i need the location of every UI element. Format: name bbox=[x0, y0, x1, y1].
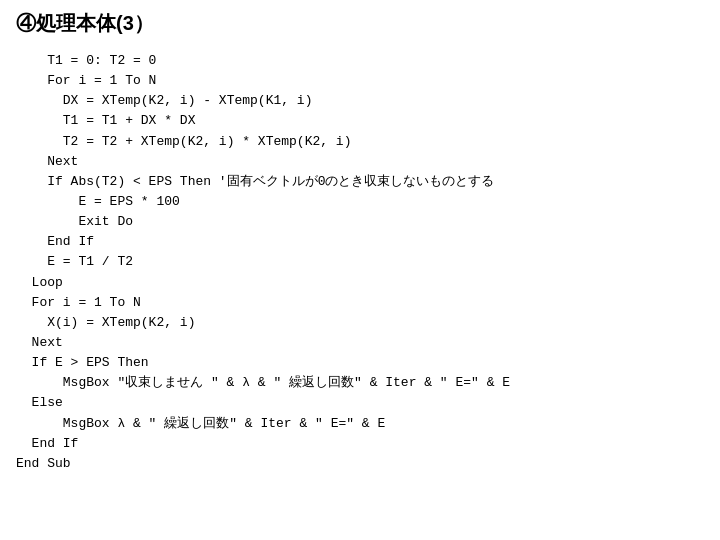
page-title: ④処理本体(3） bbox=[16, 10, 704, 37]
code-block: T1 = 0: T2 = 0 For i = 1 To N DX = XTemp… bbox=[16, 51, 704, 474]
main-container: ④処理本体(3） T1 = 0: T2 = 0 For i = 1 To N D… bbox=[0, 0, 720, 484]
